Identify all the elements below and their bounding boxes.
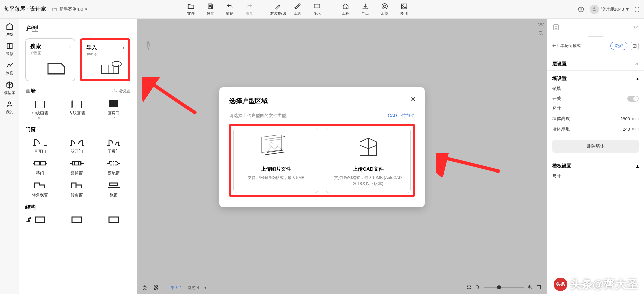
svg-rect-38 <box>262 135 282 153</box>
modal-overlay: 选择户型区域 ✕ 请选择上传户型图的文件类型: CAD上传帮助 上传图片文件支持… <box>0 0 644 294</box>
option-sub: 支持JPEG/PNG格式，最大5MB <box>238 175 313 181</box>
option-illustration <box>353 135 383 161</box>
option-illustration <box>261 135 291 161</box>
modal-subtitle: 请选择上传户型图的文件类型: <box>229 113 287 119</box>
upload-option-0[interactable]: 上传图片文件支持JPEG/PNG格式，最大5MB <box>233 128 318 193</box>
option-sub: 支持DWG格式，最大10MB (AutoCAD 2018及以下版本) <box>331 175 406 187</box>
watermark-text: 头条@齊大圣 <box>570 277 638 292</box>
watermark-logo: 头条 <box>554 278 567 291</box>
modal-title: 选择户型区域 <box>229 97 415 105</box>
watermark: 头条 头条@齊大圣 <box>554 277 638 292</box>
cad-help-link[interactable]: CAD上传帮助 <box>388 113 415 119</box>
close-icon[interactable]: ✕ <box>410 95 416 103</box>
upload-option-1[interactable]: 上传CAD文件支持DWG格式，最大10MB (AutoCAD 2018及以下版本… <box>326 128 411 193</box>
option-title: 上传图片文件 <box>238 166 313 173</box>
option-title: 上传CAD文件 <box>331 166 406 173</box>
select-plan-modal: 选择户型区域 ✕ 请选择上传户型图的文件类型: CAD上传帮助 上传图片文件支持… <box>219 87 425 207</box>
